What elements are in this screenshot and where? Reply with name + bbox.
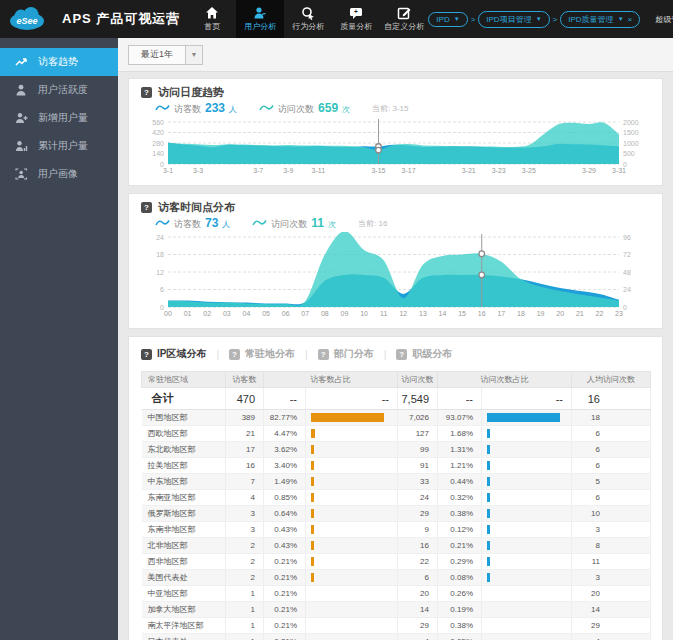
ratio-bar (487, 525, 490, 534)
tab-3[interactable]: ?职级分布 (396, 347, 452, 361)
hourly-distribution-chart[interactable]: 0062412481872249600010203040506070809101… (141, 232, 650, 320)
visits-pct: 0.32% (438, 490, 482, 506)
ratio-bar (487, 557, 490, 566)
sidebar-item-label: 访客趋势 (38, 55, 78, 69)
table-row[interactable]: 中亚地区部10.21%200.26%20 (142, 586, 651, 602)
svg-text:2000: 2000 (623, 119, 639, 126)
table-row[interactable]: 拉美地区部163.40%911.21%6 (142, 458, 651, 474)
panel-region-distribution: ?IP区域分布|?常驻地分布|?部门分布|?职级分布 常驻地区域访客数访客数占比… (128, 336, 663, 640)
nav-item-2[interactable]: 行为分析 (284, 0, 332, 38)
table-row[interactable]: 东南亚地区部40.85%240.32%6 (142, 490, 651, 506)
pill-label: IPD质量管理 (568, 14, 613, 25)
table-row[interactable]: 中国地区部38982.77%7,02693.07%18 (142, 410, 651, 426)
per-capita: 3 (572, 570, 651, 586)
wave-icon (155, 218, 170, 227)
visits-pct: 0.05% (438, 634, 482, 640)
tab-1[interactable]: ?常驻地分布 (229, 347, 295, 361)
visitors-count: 3 (226, 522, 264, 538)
bar-cell (482, 522, 572, 538)
date-range-value: 最近1年 (129, 46, 185, 64)
sidebar-item-2[interactable]: 新增用户量 (0, 104, 118, 132)
svg-text:09: 09 (341, 310, 349, 317)
svg-text:500: 500 (623, 150, 635, 157)
legend-item-0: 访客数233人 (155, 101, 237, 116)
help-icon[interactable]: ? (141, 87, 152, 98)
sidebar-item-label: 累计用户量 (38, 139, 88, 153)
breadcrumb-pill-0[interactable]: IPD▼ (428, 12, 467, 27)
sidebar: 访客趋势用户活跃度新增用户量累计用户量用户画像 (0, 38, 118, 640)
visitors-count: 16 (226, 458, 264, 474)
visitors-pct: 0.21% (264, 570, 306, 586)
bar-cell (306, 506, 398, 522)
svg-text:24: 24 (156, 234, 164, 241)
svg-text:420: 420 (152, 129, 164, 136)
breadcrumb-pill-2[interactable]: IPD质量管理▼× (560, 11, 640, 28)
table-row[interactable]: 北非地区部20.43%160.21%8 (142, 538, 651, 554)
chevron-down-icon[interactable]: ▼ (185, 46, 202, 64)
svg-text:23: 23 (615, 310, 623, 317)
table-row[interactable]: 南太平洋地区部10.21%290.38%29 (142, 618, 651, 634)
pill-label: IPD (436, 15, 449, 24)
region-name: 日本代表处 (142, 634, 226, 640)
filter-bar: 最近1年 ▼ (118, 38, 673, 72)
table-row[interactable]: 东南非地区部30.43%90.12%3 (142, 522, 651, 538)
breadcrumb-pill-1[interactable]: IPD项目管理▼ (478, 11, 549, 28)
table-row[interactable]: 加拿大地区部10.21%140.19%14 (142, 602, 651, 618)
daily-trend-chart[interactable]: 001405002801000420150056020003-13-33-73-… (141, 117, 650, 177)
visits-count: 99 (398, 442, 438, 458)
sidebar-item-0[interactable]: 访客趋势 (0, 48, 118, 76)
sidebar-item-4[interactable]: 用户画像 (0, 160, 118, 188)
bar-cell (306, 490, 398, 506)
date-range-dropdown[interactable]: 最近1年 ▼ (128, 45, 203, 65)
table-row[interactable]: 西欧地区部214.47%1271.68%6 (142, 426, 651, 442)
svg-text:10: 10 (360, 310, 368, 317)
total-visitors-pct: -- (264, 388, 306, 410)
nav-item-0[interactable]: 首页 (188, 0, 236, 38)
table-row[interactable]: 东北欧地区部173.62%991.31%6 (142, 442, 651, 458)
bar-cell (482, 426, 572, 442)
chevron-down-icon[interactable]: ▼ (454, 16, 460, 22)
bar-cell (482, 602, 572, 618)
visits-pct: 0.38% (438, 506, 482, 522)
table-row[interactable]: 日本代表处10.21%40.05%4 (142, 634, 651, 640)
tab-label: 部门分布 (334, 347, 374, 361)
help-icon[interactable]: ? (141, 202, 152, 213)
legend-value: 659 (318, 101, 338, 115)
wave-icon (155, 103, 170, 112)
table-row[interactable]: 西非地区部20.21%220.29%11 (142, 554, 651, 570)
bar-cell (482, 474, 572, 490)
nav-item-3[interactable]: +质量分析 (332, 0, 380, 38)
svg-text:1000: 1000 (623, 140, 639, 147)
close-icon[interactable]: × (628, 15, 633, 24)
logo[interactable]: eSee (0, 7, 56, 31)
table-row[interactable]: 俄罗斯地区部30.64%290.38%10 (142, 506, 651, 522)
chevron-down-icon[interactable]: ▼ (618, 16, 624, 22)
nav-item-1[interactable]: 用户分析 (236, 0, 284, 38)
table-row[interactable]: 中东地区部71.49%330.44%5 (142, 474, 651, 490)
bar-cell (306, 426, 398, 442)
user-analysis-icon (253, 6, 267, 20)
nav-label: 行为分析 (292, 21, 324, 32)
svg-text:17: 17 (497, 310, 505, 317)
tab-0[interactable]: ?IP区域分布 (141, 347, 206, 361)
svg-text:72: 72 (623, 251, 631, 258)
svg-text:3-15: 3-15 (371, 167, 385, 174)
per-capita: 29 (572, 618, 651, 634)
region-name: 北非地区部 (142, 538, 226, 554)
help-icon: ? (141, 349, 152, 360)
panel1-legend: 访客数233人访问次数659次当前: 3-15 (155, 101, 650, 116)
sidebar-item-1[interactable]: 用户活跃度 (0, 76, 118, 104)
visits-count: 127 (398, 426, 438, 442)
home-icon (205, 6, 219, 20)
nav-item-4[interactable]: 自定义分析 (380, 0, 428, 38)
table-row[interactable]: 美国代表处20.21%60.08%3 (142, 570, 651, 586)
sidebar-item-label: 新增用户量 (38, 111, 88, 125)
nav-label: 质量分析 (340, 21, 372, 32)
per-capita: 11 (572, 554, 651, 570)
tab-2[interactable]: ?部门分布 (318, 347, 374, 361)
chevron-down-icon[interactable]: ▼ (536, 16, 542, 22)
tab-separator: | (216, 349, 219, 360)
column-header: 访客数占比 (264, 372, 398, 388)
region-name: 美国代表处 (142, 570, 226, 586)
sidebar-item-3[interactable]: 累计用户量 (0, 132, 118, 160)
